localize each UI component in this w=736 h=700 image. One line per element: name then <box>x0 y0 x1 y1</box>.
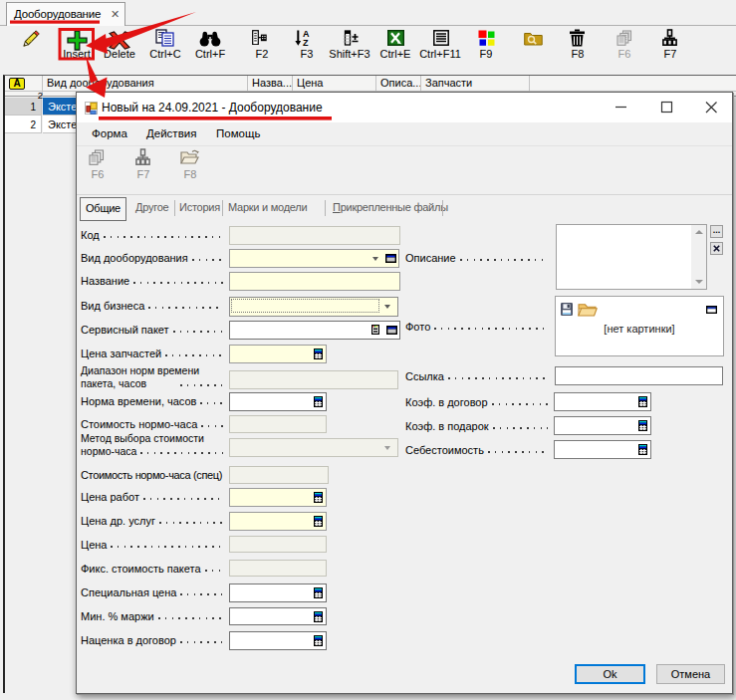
svg-text:Z: Z <box>303 38 309 47</box>
